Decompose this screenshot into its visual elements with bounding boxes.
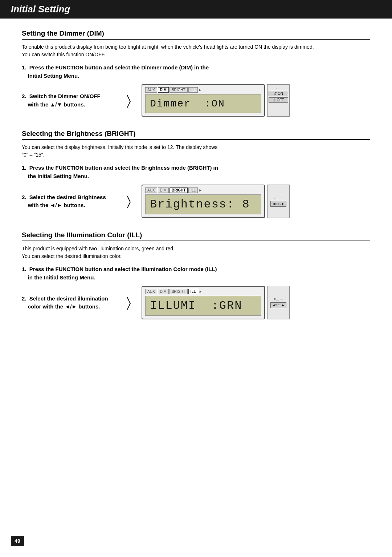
illumination-display-main: ILLUMI :GRN	[145, 296, 261, 316]
brightness-tab-ill: ILL	[188, 187, 198, 193]
illumination-display-wrapper: AUX DIM BRIGHT ILL ► ILLUMI :GRN F… ⋯	[142, 286, 265, 319]
brightness-right-panel: F… ⋯ ◄SEL►	[267, 185, 290, 218]
dimmer-tab-bright: BRIGHT	[170, 87, 188, 93]
brightness-display-text: Brightness: 8	[150, 198, 250, 211]
dimmer-display-wrapper: AUX DIM BRIGHT ILL ► Dimmer :ON F… ↺ O	[142, 84, 265, 117]
illumination-right-label: F… ⋯	[269, 298, 288, 301]
brightness-display-panel: AUX DIM BRIGHT ILL ► Brightness: 8	[142, 185, 265, 218]
illumination-step2: 2. Select the desired illumination color…	[22, 286, 370, 319]
dimmer-display-text: Dimmer :ON	[150, 98, 225, 109]
illumination-tab-ill: ILL	[188, 289, 198, 294]
dimmer-on-button: ↺ ON	[269, 91, 288, 96]
brightness-display-main: Brightness: 8	[145, 194, 261, 214]
illumination-tab-bright: BRIGHT	[170, 289, 188, 294]
brightness-section-body: You can select the display brightness. I…	[22, 144, 370, 159]
illumination-display-text: ILLUMI :GRN	[150, 299, 242, 312]
dimmer-body-text: To enable this product's display from be…	[22, 44, 314, 57]
page-title: Initial Setting	[11, 4, 381, 15]
dimmer-off-button: ⇩ OFF	[269, 97, 288, 103]
illumination-sel-button: ◄SEL►	[270, 302, 287, 308]
dimmer-step2-text: 2. Switch the Dimmer ON/OFF with the ▲/▼…	[22, 92, 116, 109]
dimmer-section-title: Setting the Dimmer (DIM)	[22, 29, 370, 40]
brightness-display-wrapper: AUX DIM BRIGHT ILL ► Brightness: 8 F… ⋯	[142, 185, 265, 218]
illumination-tab-aux: AUX	[145, 289, 157, 294]
illumination-arrow: 〉	[123, 295, 134, 310]
illumination-section: Selecting the Illumination Color (ILL) T…	[22, 231, 370, 319]
illumination-step1: 1. Press the FUNCTION button and select …	[22, 265, 370, 282]
brightness-sel-button: ◄SEL►	[270, 201, 287, 207]
dimmer-display-main: Dimmer :ON	[145, 94, 261, 113]
brightness-arrow: 〉	[123, 194, 134, 209]
dimmer-step2-line1: 2. Switch the Dimmer ON/OFF with the ▲/▼…	[22, 92, 116, 109]
page-number: 49	[11, 536, 24, 546]
illumination-right-panel: F… ⋯ ◄SEL►	[267, 286, 290, 319]
dimmer-tab-dim: DIM	[158, 87, 169, 93]
illumination-body-text: This product is equipped with two illumi…	[22, 246, 175, 259]
dimmer-tab-arrow: ►	[199, 88, 202, 92]
dimmer-right-label: F…	[269, 86, 288, 90]
dimmer-right-panel: F… ↺ ON ⇩ OFF	[267, 84, 290, 117]
dimmer-section-body: To enable this product's display from be…	[22, 43, 370, 58]
brightness-step2: 2. Select the desired Brightness with th…	[22, 185, 370, 218]
dimmer-display-tabs: AUX DIM BRIGHT ILL ►	[145, 87, 261, 93]
dimmer-tab-aux: AUX	[145, 87, 157, 93]
illumination-section-body: This product is equipped with two illumi…	[22, 245, 370, 260]
brightness-step1-text: 1. Press the FUNCTION button and select …	[22, 164, 370, 180]
illumination-tab-dim: DIM	[158, 289, 169, 294]
illumination-display-panel: AUX DIM BRIGHT ILL ► ILLUMI :GRN	[142, 286, 265, 319]
illumination-step2-text: 2. Select the desired illumination color…	[22, 295, 116, 311]
brightness-tab-dim: DIM	[158, 187, 169, 193]
illumination-tab-arrow: ►	[199, 290, 203, 294]
dimmer-arrow: 〉	[123, 93, 134, 108]
brightness-tab-bright: BRIGHT	[170, 187, 188, 193]
main-content: Setting the Dimmer (DIM) To enable this …	[0, 29, 392, 341]
dimmer-step2: 2. Switch the Dimmer ON/OFF with the ▲/▼…	[22, 84, 370, 117]
brightness-section: Selecting the Brightness (BRIGHT) You ca…	[22, 130, 370, 218]
brightness-section-title: Selecting the Brightness (BRIGHT)	[22, 130, 370, 140]
illumination-step2-line1: 2. Select the desired illumination color…	[22, 295, 116, 311]
dimmer-tab-ill: ILL	[188, 87, 198, 93]
brightness-step2-line1: 2. Select the desired Brightness with th…	[22, 193, 116, 210]
dimmer-step1-text: 1. Press the FUNCTION button and select …	[22, 64, 370, 80]
dimmer-section: Setting the Dimmer (DIM) To enable this …	[22, 29, 370, 117]
illumination-display-tabs: AUX DIM BRIGHT ILL ►	[145, 289, 261, 294]
brightness-right-label: F… ⋯	[269, 196, 288, 200]
brightness-tab-arrow: ►	[199, 188, 202, 192]
dimmer-step1: 1. Press the FUNCTION button and select …	[22, 64, 370, 80]
brightness-tab-aux: AUX	[145, 187, 157, 193]
brightness-step1: 1. Press the FUNCTION button and select …	[22, 164, 370, 180]
page-header: Initial Setting	[0, 0, 392, 19]
dimmer-display-panel: AUX DIM BRIGHT ILL ► Dimmer :ON	[142, 84, 265, 117]
brightness-display-tabs: AUX DIM BRIGHT ILL ►	[145, 187, 261, 193]
brightness-body-text: You can select the display brightness. I…	[22, 144, 217, 158]
brightness-step2-text: 2. Select the desired Brightness with th…	[22, 193, 116, 210]
illumination-step1-text: 1. Press the FUNCTION button and select …	[22, 265, 370, 282]
illumination-section-title: Selecting the Illumination Color (ILL)	[22, 231, 370, 241]
